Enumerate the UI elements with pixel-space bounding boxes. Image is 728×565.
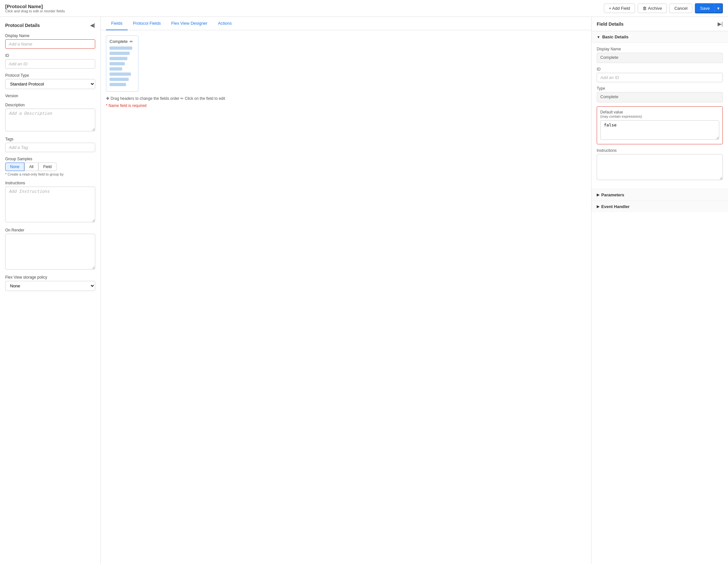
middle-content: Complete ✏ ❖ Drag headers to change the … xyxy=(101,30,591,113)
event-handler-section: ▶ Event Handler xyxy=(591,201,728,212)
right-id-label: ID xyxy=(597,67,723,72)
top-bar: [Protocol Name] Click and drag to edit o… xyxy=(0,0,728,17)
right-instructions-textarea[interactable] xyxy=(597,154,723,180)
basic-details-body: Display Name Complete ID Type Complete D… xyxy=(591,43,728,189)
display-name-input[interactable] xyxy=(5,39,95,49)
skeleton-row-4 xyxy=(110,62,125,65)
id-label: ID xyxy=(5,53,95,58)
add-field-button[interactable]: + Add Field xyxy=(604,4,635,13)
flex-view-storage-policy-label: Flex View storage policy xyxy=(5,275,95,280)
group-samples-all-button[interactable]: All xyxy=(24,163,38,171)
display-name-group: Display Name xyxy=(5,33,95,49)
id-input[interactable] xyxy=(5,59,95,69)
left-panel: Protocol Details ◀| Display Name ID Prot… xyxy=(0,17,101,564)
instructions-label: Instructions xyxy=(5,181,95,185)
parameters-section-header[interactable]: ▶ Parameters xyxy=(591,189,728,201)
right-panel-expand-button[interactable]: ▶| xyxy=(718,21,723,27)
right-type-group: Type Complete xyxy=(597,86,723,102)
right-type-value: Complete xyxy=(597,92,723,102)
left-panel-collapse-button[interactable]: ◀| xyxy=(90,22,95,28)
skeleton-row-7 xyxy=(110,78,129,81)
group-samples-field-button[interactable]: Field xyxy=(38,163,57,171)
description-textarea[interactable] xyxy=(5,109,95,131)
field-card-edit-icon[interactable]: ✏ xyxy=(130,39,133,44)
group-samples-group: Group Samples None All Field * Create a … xyxy=(5,157,95,176)
field-card-complete[interactable]: Complete ✏ xyxy=(106,35,138,92)
archive-icon: 🗑 xyxy=(643,6,647,11)
display-name-label: Display Name xyxy=(5,33,95,38)
version-group: Version xyxy=(5,94,95,98)
default-value-sublabel: (may contain expressions) xyxy=(600,114,719,118)
tags-label: Tags xyxy=(5,137,95,141)
on-render-group: On Render xyxy=(5,228,95,270)
group-samples-buttons: None All Field xyxy=(5,163,95,171)
flex-view-storage-policy-select[interactable]: None Per Sample Per Protocol xyxy=(5,281,95,291)
on-render-textarea[interactable] xyxy=(5,234,95,269)
drag-hint: ❖ Drag headers to change the fields orde… xyxy=(106,96,586,101)
right-panel-title: Field Details xyxy=(597,21,623,27)
required-notice: * Name field is required xyxy=(106,103,586,108)
protocol-type-label: Protocol Type xyxy=(5,73,95,78)
instructions-textarea[interactable] xyxy=(5,187,95,222)
main-layout: Protocol Details ◀| Display Name ID Prot… xyxy=(0,17,728,564)
basic-details-arrow: ▼ xyxy=(597,35,600,39)
edit-hint-icon: ✏ xyxy=(180,96,184,101)
skeleton-row-5 xyxy=(110,67,122,71)
field-card-header: Complete ✏ xyxy=(110,39,135,44)
middle-panel: Fields Protocol Fields Flex View Designe… xyxy=(101,17,591,564)
version-label: Version xyxy=(5,94,95,98)
event-handler-title: Event Handler xyxy=(601,204,630,209)
right-id-input[interactable] xyxy=(597,73,723,82)
right-panel-header: Field Details ▶| xyxy=(591,17,728,31)
parameters-arrow: ▶ xyxy=(597,193,599,197)
skeleton-row-2 xyxy=(110,52,130,55)
right-display-name-value: Complete xyxy=(597,53,723,63)
right-instructions-label: Instructions xyxy=(597,148,723,153)
default-value-textarea[interactable]: false xyxy=(600,120,719,140)
top-bar-actions: + Add Field 🗑 Archive Cancel Save ▾ xyxy=(604,3,723,13)
parameters-title: Parameters xyxy=(601,192,624,197)
right-id-group: ID xyxy=(597,67,723,82)
left-panel-title: Protocol Details xyxy=(5,23,40,28)
save-button-group: Save ▾ xyxy=(695,3,723,13)
group-samples-label: Group Samples xyxy=(5,157,95,161)
tags-input[interactable] xyxy=(5,143,95,152)
default-value-section: Default value (may contain expressions) … xyxy=(597,106,723,144)
archive-button[interactable]: 🗑 Archive xyxy=(638,4,667,13)
skeleton-row-8 xyxy=(110,83,126,86)
basic-details-section-header[interactable]: ▼ Basic Details xyxy=(591,31,728,43)
tags-group: Tags xyxy=(5,137,95,152)
cancel-button[interactable]: Cancel xyxy=(669,4,692,13)
tab-fields[interactable]: Fields xyxy=(106,17,128,30)
right-type-label: Type xyxy=(597,86,723,91)
default-value-label: Default value xyxy=(600,110,719,114)
right-display-name-label: Display Name xyxy=(597,47,723,51)
top-bar-left: [Protocol Name] Click and drag to edit o… xyxy=(5,4,65,13)
save-button[interactable]: Save xyxy=(695,3,714,13)
archive-label: Archive xyxy=(648,6,662,11)
skeleton-row-3 xyxy=(110,57,127,60)
skeleton-row-6 xyxy=(110,72,131,76)
protocol-type-group: Protocol Type Standard Protocol Sub-Prot… xyxy=(5,73,95,89)
instructions-group: Instructions xyxy=(5,181,95,223)
drag-icon: ❖ xyxy=(106,96,110,101)
page-subtitle: Click and drag to edit or reorder fields xyxy=(5,9,65,13)
group-samples-none-button[interactable]: None xyxy=(5,163,24,171)
event-handler-arrow: ▶ xyxy=(597,204,599,209)
tab-flex-view-designer[interactable]: Flex View Designer xyxy=(166,17,213,30)
description-group: Description xyxy=(5,103,95,132)
id-group: ID xyxy=(5,53,95,69)
page-title: [Protocol Name] xyxy=(5,4,65,9)
save-dropdown-button[interactable]: ▾ xyxy=(714,3,723,13)
left-panel-header: Protocol Details ◀| xyxy=(5,22,95,28)
description-label: Description xyxy=(5,103,95,107)
skeleton-row-1 xyxy=(110,46,132,50)
tab-actions[interactable]: Actions xyxy=(213,17,237,30)
flex-view-storage-policy-group: Flex View storage policy None Per Sample… xyxy=(5,275,95,291)
field-card-name: Complete xyxy=(110,39,128,44)
tab-protocol-fields[interactable]: Protocol Fields xyxy=(128,17,166,30)
protocol-type-select[interactable]: Standard Protocol Sub-Protocol Flex Prot… xyxy=(5,79,95,89)
on-render-label: On Render xyxy=(5,228,95,232)
event-handler-section-header[interactable]: ▶ Event Handler xyxy=(591,201,728,212)
parameters-section: ▶ Parameters xyxy=(591,189,728,201)
